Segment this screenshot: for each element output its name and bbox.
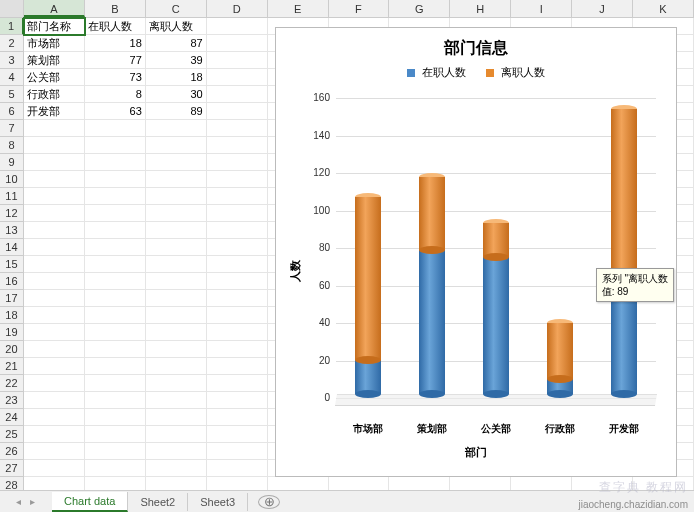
cell-B24[interactable] xyxy=(85,409,146,426)
tab-sheet3[interactable]: Sheet3 xyxy=(188,493,248,511)
cell-A17[interactable] xyxy=(24,290,85,307)
cell-A27[interactable] xyxy=(24,460,85,477)
row-header-4[interactable]: 4 xyxy=(0,69,24,86)
cell-B9[interactable] xyxy=(85,154,146,171)
tab-nav-next-icon[interactable]: ▸ xyxy=(26,495,38,509)
cell-B4[interactable]: 73 xyxy=(85,69,146,86)
cell-C10[interactable] xyxy=(146,171,207,188)
cell-C27[interactable] xyxy=(146,460,207,477)
cell-C6[interactable]: 89 xyxy=(146,103,207,120)
cell-B20[interactable] xyxy=(85,341,146,358)
cell-C19[interactable] xyxy=(146,324,207,341)
embedded-chart[interactable]: 部门信息 在职人数 离职人数 人数 部门 0204060801001201401… xyxy=(275,27,677,477)
cell-C3[interactable]: 39 xyxy=(146,52,207,69)
cell-D19[interactable] xyxy=(207,324,268,341)
cell-C20[interactable] xyxy=(146,341,207,358)
cell-D13[interactable] xyxy=(207,222,268,239)
cell-C12[interactable] xyxy=(146,205,207,222)
cell-A5[interactable]: 行政部 xyxy=(24,86,85,103)
cell-D20[interactable] xyxy=(207,341,268,358)
cell-B8[interactable] xyxy=(85,137,146,154)
cell-B5[interactable]: 8 xyxy=(85,86,146,103)
cell-B18[interactable] xyxy=(85,307,146,324)
cell-D22[interactable] xyxy=(207,375,268,392)
cell-B12[interactable] xyxy=(85,205,146,222)
cell-D10[interactable] xyxy=(207,171,268,188)
cell-D12[interactable] xyxy=(207,205,268,222)
row-header-13[interactable]: 13 xyxy=(0,222,24,239)
cell-D2[interactable] xyxy=(207,35,268,52)
legend-item-1[interactable]: 在职人数 xyxy=(407,65,466,80)
row-header-7[interactable]: 7 xyxy=(0,120,24,137)
row-header-5[interactable]: 5 xyxy=(0,86,24,103)
cell-D4[interactable] xyxy=(207,69,268,86)
cell-C24[interactable] xyxy=(146,409,207,426)
bar-group-4[interactable] xyxy=(611,98,637,398)
cell-D8[interactable] xyxy=(207,137,268,154)
row-header-22[interactable]: 22 xyxy=(0,375,24,392)
row-header-15[interactable]: 15 xyxy=(0,256,24,273)
row-header-10[interactable]: 10 xyxy=(0,171,24,188)
cell-A11[interactable] xyxy=(24,188,85,205)
cell-A16[interactable] xyxy=(24,273,85,290)
cell-C7[interactable] xyxy=(146,120,207,137)
cell-C26[interactable] xyxy=(146,443,207,460)
cell-D26[interactable] xyxy=(207,443,268,460)
cell-B15[interactable] xyxy=(85,256,146,273)
row-header-25[interactable]: 25 xyxy=(0,426,24,443)
cell-D7[interactable] xyxy=(207,120,268,137)
bar-group-0[interactable] xyxy=(355,98,381,398)
legend-item-2[interactable]: 离职人数 xyxy=(486,65,545,80)
cell-A8[interactable] xyxy=(24,137,85,154)
row-header-21[interactable]: 21 xyxy=(0,358,24,375)
cell-A7[interactable] xyxy=(24,120,85,137)
cell-D11[interactable] xyxy=(207,188,268,205)
cell-D9[interactable] xyxy=(207,154,268,171)
cell-C4[interactable]: 18 xyxy=(146,69,207,86)
cell-A18[interactable] xyxy=(24,307,85,324)
row-header-16[interactable]: 16 xyxy=(0,273,24,290)
cell-A22[interactable] xyxy=(24,375,85,392)
cell-B1[interactable]: 在职人数 xyxy=(85,18,146,35)
row-header-11[interactable]: 11 xyxy=(0,188,24,205)
cell-D21[interactable] xyxy=(207,358,268,375)
cell-B10[interactable] xyxy=(85,171,146,188)
cell-D23[interactable] xyxy=(207,392,268,409)
select-all-corner[interactable] xyxy=(0,0,24,17)
row-header-3[interactable]: 3 xyxy=(0,52,24,69)
cell-A19[interactable] xyxy=(24,324,85,341)
cell-A10[interactable] xyxy=(24,171,85,188)
cell-B19[interactable] xyxy=(85,324,146,341)
cell-B16[interactable] xyxy=(85,273,146,290)
cell-C2[interactable]: 87 xyxy=(146,35,207,52)
row-header-27[interactable]: 27 xyxy=(0,460,24,477)
cell-A15[interactable] xyxy=(24,256,85,273)
cell-C8[interactable] xyxy=(146,137,207,154)
cell-C23[interactable] xyxy=(146,392,207,409)
row-header-12[interactable]: 12 xyxy=(0,205,24,222)
col-header-b[interactable]: B xyxy=(85,0,146,17)
cell-C25[interactable] xyxy=(146,426,207,443)
col-header-i[interactable]: I xyxy=(511,0,572,17)
cell-C16[interactable] xyxy=(146,273,207,290)
bar-group-1[interactable] xyxy=(419,98,445,398)
col-header-h[interactable]: H xyxy=(450,0,511,17)
row-header-2[interactable]: 2 xyxy=(0,35,24,52)
cell-C21[interactable] xyxy=(146,358,207,375)
col-header-g[interactable]: G xyxy=(389,0,450,17)
cell-C9[interactable] xyxy=(146,154,207,171)
row-header-17[interactable]: 17 xyxy=(0,290,24,307)
cell-A2[interactable]: 市场部 xyxy=(24,35,85,52)
row-header-14[interactable]: 14 xyxy=(0,239,24,256)
tab-nav-prev-icon[interactable]: ◂ xyxy=(12,495,24,509)
cell-A25[interactable] xyxy=(24,426,85,443)
cell-D17[interactable] xyxy=(207,290,268,307)
cell-B17[interactable] xyxy=(85,290,146,307)
bar-group-2[interactable] xyxy=(483,98,509,398)
row-header-9[interactable]: 9 xyxy=(0,154,24,171)
cell-C15[interactable] xyxy=(146,256,207,273)
cell-A1[interactable]: 部门名称 xyxy=(24,18,85,35)
cell-D3[interactable] xyxy=(207,52,268,69)
col-header-c[interactable]: C xyxy=(146,0,207,17)
cell-A23[interactable] xyxy=(24,392,85,409)
